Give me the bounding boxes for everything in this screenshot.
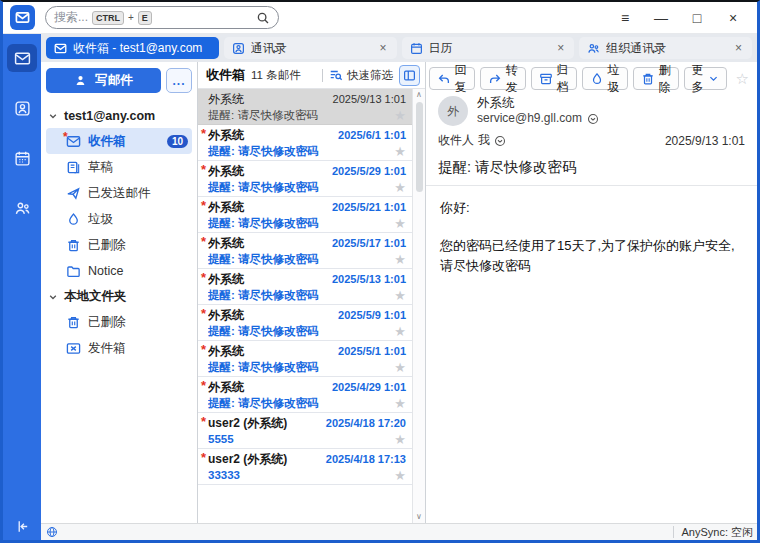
body-paragraph: 你好: (440, 198, 743, 218)
menu-icon[interactable]: ≡ (611, 6, 639, 30)
list-item[interactable]: * 外系统2025/5/17 1:01 提醒: 请尽快修改密码★ (198, 233, 412, 269)
unread-flag-icon: * (201, 162, 206, 177)
close-button[interactable]: × (719, 6, 747, 30)
maximize-button[interactable]: □ (683, 6, 711, 30)
list-item[interactable]: * 外系统2025/5/13 1:01 提醒: 请尽快修改密码★ (198, 269, 412, 305)
search-icon (256, 11, 270, 25)
list-item[interactable]: 外系统2025/9/13 1:01 提醒: 请尽快修改密码★ (198, 89, 412, 125)
collapse-sidebar-icon[interactable] (15, 519, 30, 534)
star-icon[interactable]: ★ (394, 289, 406, 302)
tab-close-icon[interactable]: × (555, 41, 566, 55)
tab-calendar[interactable]: 日历 × (402, 37, 575, 59)
tab-org-contacts[interactable]: 组织通讯录 × (579, 37, 752, 59)
list-item[interactable]: * 外系统2025/5/1 1:01 提醒: 请尽快修改密码★ (198, 341, 412, 377)
star-icon[interactable]: ★ (394, 145, 406, 158)
star-icon[interactable]: ★ (394, 109, 406, 122)
list-item[interactable]: * 外系统2025/4/29 1:01 提醒: 请尽快修改密码★ (198, 377, 412, 413)
folder-item-inbox[interactable]: * 收件箱 10 (46, 128, 192, 154)
star-icon[interactable]: ★ (394, 397, 406, 410)
rail-mail-icon[interactable] (7, 44, 37, 72)
folder-item-local-deleted[interactable]: 已删除 (46, 309, 192, 335)
org-contacts-icon (587, 42, 600, 55)
tab-close-icon[interactable]: × (733, 41, 744, 55)
message-date: 2025/4/29 1:01 (332, 381, 406, 393)
quick-filter-button[interactable]: 快速筛选 (329, 68, 393, 83)
message-date: 2025/5/21 1:01 (332, 201, 406, 213)
folder-item-deleted[interactable]: 已删除 (46, 232, 192, 258)
scrollbar-thumb[interactable] (416, 102, 423, 192)
app-window: 搜索... CTRL + E ≡ — □ × (0, 0, 760, 543)
delete-button[interactable]: 删除 (633, 67, 679, 90)
compose-label: 写邮件 (95, 72, 133, 89)
network-status-icon (46, 526, 58, 538)
list-item[interactable]: * 外系统2025/5/21 1:01 提醒: 请尽快修改密码★ (198, 197, 412, 233)
message-date: 2025/5/9 1:01 (338, 309, 406, 321)
folder-more-button[interactable]: ... (166, 68, 192, 93)
unread-flag-icon: * (201, 126, 206, 141)
folder-item-notice[interactable]: Notice (46, 258, 192, 284)
message-date: 2025/5/1 1:01 (338, 345, 406, 357)
star-outline-icon[interactable]: ☆ (736, 70, 749, 88)
message-sender: user2 (外系统) (208, 451, 326, 468)
window-controls: ≡ — □ × (611, 6, 757, 30)
message-subject: 提醒: 请尽快修改密码 (208, 288, 394, 303)
folder-item-junk[interactable]: 垃圾 (46, 206, 192, 232)
trash-icon (641, 72, 655, 86)
folder-item-sent[interactable]: 已发送邮件 (46, 180, 192, 206)
message-header: 外 外系统 service@h9.gll.com 收 (426, 94, 757, 186)
junk-button[interactable]: 垃圾 (582, 67, 628, 90)
sent-icon (66, 186, 81, 201)
message-date: 2025/5/13 1:01 (332, 273, 406, 285)
list-item[interactable]: * 外系统2025/5/29 1:01 提醒: 请尽快修改密码★ (198, 161, 412, 197)
tab-inbox[interactable]: 收件箱 - test1@any.com (46, 37, 219, 59)
message-subject: 提醒: 请尽快修改密码 (208, 252, 394, 267)
more-button[interactable]: 更多 (684, 67, 727, 90)
rail-contacts-icon[interactable] (7, 94, 37, 122)
divider (322, 69, 323, 82)
minimize-button[interactable]: — (647, 6, 675, 30)
star-icon[interactable]: ★ (394, 325, 406, 338)
rail-org-contacts-icon[interactable] (7, 194, 37, 222)
message-date: 2025/6/1 1:01 (338, 129, 406, 141)
person-icon (74, 74, 87, 87)
shortcut-ctrl-key: CTRL (92, 11, 124, 25)
star-icon[interactable]: ★ (394, 181, 406, 194)
body-paragraph: 您的密码已经使用了15天了,为了保护你的账户安全, 请尽快修改密码 (440, 236, 743, 276)
local-folders-header[interactable]: 本地文件夹 (46, 284, 192, 309)
account-header[interactable]: test1@any.com (46, 103, 192, 128)
layout-toggle-button[interactable] (399, 65, 420, 86)
reply-button[interactable]: 回复 (429, 67, 475, 90)
message-sender: 外系统 (208, 163, 332, 180)
sender-details-toggle-icon[interactable] (587, 113, 599, 125)
scroll-up-icon[interactable]: ∧ (416, 90, 422, 100)
list-item[interactable]: * 外系统2025/5/9 1:01 提醒: 请尽快修改密码★ (198, 305, 412, 341)
tab-close-icon[interactable]: × (377, 41, 388, 55)
star-icon[interactable]: ★ (394, 253, 406, 266)
scroll-down-icon[interactable]: ∨ (416, 512, 422, 522)
list-item[interactable]: * 外系统2025/6/1 1:01 提醒: 请尽快修改密码★ (198, 125, 412, 161)
message-sender: 外系统 (208, 307, 338, 324)
sender-email[interactable]: service@h9.gll.com (477, 111, 582, 126)
compose-button[interactable]: 写邮件 (46, 68, 161, 93)
unread-flag-icon: * (201, 198, 206, 213)
to-value[interactable]: 我 (478, 132, 490, 149)
archive-button[interactable]: 归档 (531, 67, 577, 90)
list-scrollbar[interactable]: ∧ ∨ (412, 89, 425, 523)
rail-calendar-icon[interactable] (7, 144, 37, 172)
star-icon[interactable]: ★ (394, 469, 406, 482)
star-icon[interactable]: ★ (394, 433, 406, 446)
tab-label: 通讯录 (251, 40, 372, 57)
folder-item-outbox[interactable]: 发件箱 (46, 335, 192, 361)
list-item[interactable]: * user2 (外系统)2025/4/18 17:20 5555★ (198, 413, 412, 449)
unread-flag-icon: * (201, 450, 206, 465)
search-input[interactable]: 搜索... CTRL + E (45, 6, 279, 29)
folder-item-drafts[interactable]: 草稿 (46, 154, 192, 180)
star-icon[interactable]: ★ (394, 217, 406, 230)
tab-contacts[interactable]: 通讯录 × (224, 37, 397, 59)
message-subject: 提醒: 请尽快修改密码 (208, 180, 394, 195)
recipient-details-toggle-icon[interactable] (494, 135, 506, 147)
forward-button[interactable]: 转发 (480, 67, 526, 90)
list-item[interactable]: * user2 (外系统)2025/4/18 17:13 33333★ (198, 449, 412, 485)
star-icon[interactable]: ★ (394, 361, 406, 374)
message-subject: 提醒: 请尽快修改密码 (208, 324, 394, 339)
